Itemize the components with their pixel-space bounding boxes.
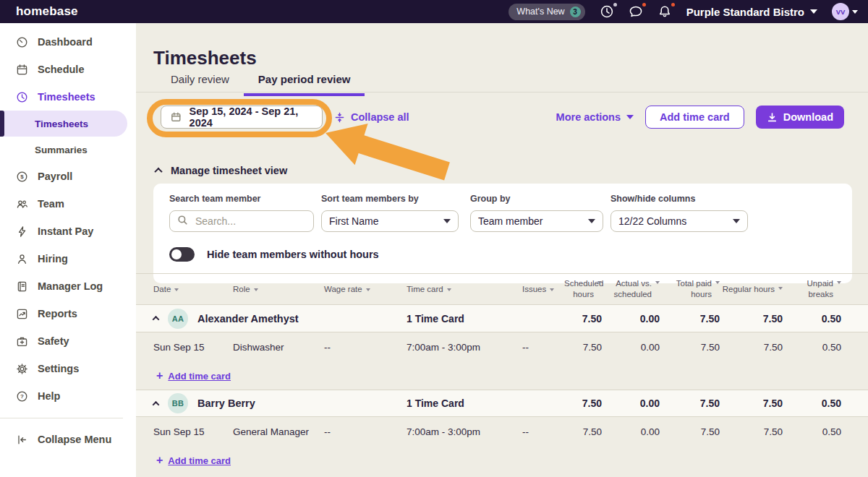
user-menu[interactable]: VV [832, 3, 858, 20]
cell-role: General Manager [233, 426, 324, 437]
sort-select-value: First Name [329, 215, 378, 227]
manage-timesheet-view-label: Manage timesheet view [171, 165, 287, 176]
sidebar-item-safety[interactable]: Safety [0, 327, 136, 355]
first-aid-icon [16, 335, 28, 348]
cell-date: Sun Sep 15 [153, 342, 233, 353]
chevron-up-icon[interactable] [153, 316, 160, 323]
more-actions-label: More actions [556, 111, 621, 123]
sidebar-subitem-summaries[interactable]: Summaries [0, 137, 136, 163]
sidebar-item-label: Timesheets [38, 91, 95, 103]
cell-actual-vs-scheduled: 0.00 [602, 426, 660, 437]
filter-caret-icon [254, 288, 258, 291]
sidebar-item-label: Dashboard [38, 36, 93, 48]
messages-icon[interactable] [629, 4, 643, 19]
company-switcher[interactable]: Purple Standard Bistro [686, 6, 817, 18]
group-by-field-group: Group by Team member [470, 194, 603, 232]
manage-timesheet-view-panel: Search team member Sort team members by … [153, 184, 852, 283]
sidebar-item-reports[interactable]: Reports [0, 300, 136, 327]
download-button[interactable]: Download [756, 106, 844, 129]
plus-icon: + [156, 455, 163, 466]
add-time-card-button[interactable]: Add time card [645, 106, 744, 129]
manage-timesheet-view-toggle[interactable]: Manage timesheet view [156, 165, 287, 176]
group-actual-vs-scheduled: 0.00 [602, 313, 660, 325]
column-header-time-card[interactable]: Time card [407, 285, 522, 293]
sidebar-item-label: Team [38, 198, 64, 210]
sidebar-item-payroll[interactable]: $ Payroll [0, 163, 136, 190]
hide-members-toggle-row: Hide team members without hours [169, 247, 379, 262]
actions-row: Sep 15, 2024 - Sep 21, 2024 Collapse all… [136, 105, 868, 129]
whats-new-badge: 3 [570, 7, 581, 17]
sidebar-item-timesheets[interactable]: Timesheets [0, 83, 136, 111]
table-row[interactable]: Sun Sep 15 Dishwasher -- 7:00am - 3:00pm… [136, 332, 868, 362]
cell-wage-rate: -- [324, 342, 407, 353]
topbar-right-cluster: What's New 3 Purple Standard Bistro VV [509, 3, 858, 20]
sidebar-item-settings[interactable]: Settings [0, 355, 136, 382]
columns-field-group: Show/hide columns 12/22 Columns [610, 194, 748, 232]
column-header-role[interactable]: Role [233, 285, 324, 293]
group-time-card-summary: 1 Time Card [407, 313, 522, 325]
more-actions-button[interactable]: More actions [556, 111, 634, 123]
sort-field-group: Sort team members by First Name [321, 194, 459, 232]
cell-regular-hours: 7.50 [720, 426, 783, 437]
whats-new-button[interactable]: What's New 3 [509, 4, 584, 20]
group-total-paid-hours: 7.50 [660, 313, 720, 325]
sidebar-item-hiring[interactable]: Hiring [0, 245, 136, 272]
sidebar-item-team[interactable]: Team [0, 190, 136, 218]
calendar-icon [171, 111, 182, 123]
column-header-unpaid-breaks[interactable]: Unpaid breaks [783, 278, 841, 300]
columns-select[interactable]: 12/22 Columns [610, 210, 748, 232]
group-by-select[interactable]: Team member [470, 210, 603, 232]
add-time-card-link[interactable]: + Add time card [156, 455, 231, 466]
cell-total-paid-hours: 7.50 [660, 426, 720, 437]
timesheets-table: Date Role Wage rate Time card Issues Sch… [136, 273, 868, 474]
person-icon [16, 253, 28, 265]
add-time-card-link[interactable]: + Add time card [156, 370, 231, 382]
search-input[interactable] [194, 215, 306, 228]
bell-notification-dot [671, 3, 675, 7]
avatar: VV [832, 3, 849, 20]
columns-select-value: 12/22 Columns [618, 215, 686, 227]
sidebar-item-instant-pay[interactable]: Instant Pay [0, 218, 136, 245]
calendar-icon [16, 64, 28, 76]
sidebar-subitem-timesheets[interactable]: Timesheets [0, 111, 127, 137]
column-header-date[interactable]: Date [153, 285, 233, 293]
bell-icon[interactable] [658, 4, 672, 19]
table-row[interactable]: Sun Sep 15 General Manager -- 7:00am - 3… [136, 417, 868, 447]
column-header-wage-rate[interactable]: Wage rate [324, 285, 407, 293]
bolt-icon [16, 225, 28, 238]
sort-select[interactable]: First Name [321, 210, 459, 232]
sidebar-item-label: Help [38, 390, 60, 402]
column-header-total-paid-hours[interactable]: Total paid hours [660, 278, 720, 300]
cell-wage-rate: -- [324, 426, 407, 437]
column-header-regular-hours[interactable]: Regular hours [720, 284, 783, 295]
journal-icon [16, 280, 28, 293]
chevron-up-icon [154, 168, 162, 176]
date-range-picker[interactable]: Sep 15, 2024 - Sep 21, 2024 [161, 106, 323, 129]
column-header-issues[interactable]: Issues [522, 285, 564, 293]
group-regular-hours: 7.50 [720, 398, 783, 409]
column-header-scheduled-hours[interactable]: Scheduled hours [564, 278, 602, 300]
gear-icon [16, 363, 28, 375]
sidebar-item-help[interactable]: ? Help [0, 382, 136, 410]
chevron-up-icon[interactable] [153, 400, 160, 408]
time-clock-icon[interactable] [600, 4, 614, 19]
page-title: Timesheets [153, 47, 257, 69]
sidebar-item-manager-log[interactable]: Manager Log [0, 272, 136, 300]
hide-members-toggle[interactable] [169, 247, 195, 262]
chevron-down-icon [852, 10, 858, 14]
cell-time-card: 7:00am - 3:00pm [407, 426, 522, 437]
group-row: AA Alexander Amethyst 1 Time Card 7.50 0… [136, 305, 868, 332]
collapse-all-button[interactable]: Collapse all [334, 111, 409, 123]
columns-label: Show/hide columns [610, 194, 748, 204]
date-range-value: Sep 15, 2024 - Sep 21, 2024 [190, 106, 312, 129]
tab-pay-period-review[interactable]: Pay period review [244, 73, 365, 96]
group-by-select-value: Team member [478, 215, 542, 227]
sidebar-item-dashboard[interactable]: Dashboard [0, 28, 136, 56]
homebase-logo[interactable]: homebase [16, 4, 78, 19]
tab-daily-review[interactable]: Daily review [156, 73, 244, 96]
avatar: AA [168, 309, 188, 329]
sidebar-subitem-label: Timesheets [35, 119, 88, 129]
column-header-actual-vs-scheduled[interactable]: Actual vs. scheduled [602, 278, 660, 300]
collapse-menu-button[interactable]: Collapse Menu [0, 426, 136, 453]
sidebar-item-schedule[interactable]: Schedule [0, 56, 136, 83]
